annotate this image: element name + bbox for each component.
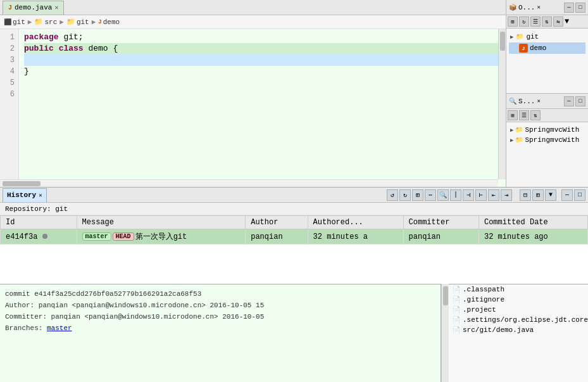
cell-author: panqian xyxy=(246,229,308,245)
history-table-area: Id Message Author Authored... Committer … xyxy=(0,215,588,284)
commit-line1: commit e414f3a25cdd276bf0a52779b166291a2… xyxy=(5,288,435,300)
bc-sep1: ▶ xyxy=(28,18,32,26)
badge-master: master xyxy=(82,232,111,241)
rp-close-icon[interactable]: ✕ xyxy=(537,4,540,11)
editor-tab[interactable]: J demo.java ✕ xyxy=(3,1,64,15)
col-committer: Committer xyxy=(403,216,479,229)
file-item-project[interactable]: 📄 .project xyxy=(449,305,588,315)
history-close-icon[interactable]: ✕ xyxy=(39,192,42,199)
hist-tbicon-5[interactable]: 🔍 xyxy=(437,189,449,201)
commit-line3: Committer: panqian <panqian@windows10.mi… xyxy=(5,311,435,322)
demo-java-icon: J xyxy=(519,44,528,53)
hist-tbicon-2[interactable]: ↻ xyxy=(399,189,411,201)
col-id: Id xyxy=(1,216,77,229)
code-content[interactable]: package git; public class demo { } xyxy=(19,29,506,187)
rp-tbicon2-1[interactable]: ⊞ xyxy=(508,110,518,120)
bc-icon-demo: J xyxy=(98,19,101,25)
rp-tab-label2[interactable]: S... xyxy=(518,98,535,105)
hist-tbicon-14[interactable]: — xyxy=(561,189,573,201)
bc-sep2: ▶ xyxy=(59,18,64,26)
file-icon-prefs: 📄 xyxy=(453,316,460,324)
history-toolbar-icons: ↺ ↻ ⊞ ⋯ 🔍 | ⊣ ⊢ ⇤ ⇥ ⊟ ⊞ ▼ — □ xyxy=(387,189,585,201)
rp-tbicon-2[interactable]: ↻ xyxy=(519,16,529,27)
file-icon-gitignore: 📄 xyxy=(453,296,460,303)
bc-git[interactable]: git xyxy=(13,18,25,26)
cell-committer: panqian xyxy=(403,229,479,245)
bc-demo[interactable]: demo xyxy=(103,18,120,26)
tree-item-proj1[interactable]: ▶ 📁 SpringmvcWith xyxy=(509,125,585,135)
tree-item-proj2[interactable]: ▶ 📁 SpringmvcWith xyxy=(509,135,585,145)
col-committed: Committed Date xyxy=(479,216,587,229)
detail-vscroll[interactable] xyxy=(441,284,449,382)
tree-label-proj2: SpringmvcWith xyxy=(525,136,579,144)
cell-id: e414f3a xyxy=(1,229,77,245)
rp-header-bottom: 🔍 S... ✕ — □ xyxy=(506,94,588,109)
rp-tbicon-5[interactable]: ⇆ xyxy=(553,16,563,27)
tree-label-proj1: SpringmvcWith xyxy=(525,126,579,134)
expand-icon3: ▶ xyxy=(510,137,513,144)
hist-tbicon-11[interactable]: ⊟ xyxy=(520,189,531,201)
file-item-gitignore[interactable]: 📄 .gitignore xyxy=(449,295,588,305)
hscroll-thumb[interactable] xyxy=(3,181,41,186)
rp-tbicon-1[interactable]: ⊞ xyxy=(508,16,518,27)
rp-icon-o: 📦 xyxy=(509,4,516,11)
file-item-demojava[interactable]: 📄 src/git/demo.java xyxy=(449,325,588,335)
code-line-1: package git; xyxy=(24,32,501,43)
rp-close-icon2[interactable]: ✕ xyxy=(537,98,540,105)
file-label-project: .project xyxy=(463,306,496,314)
java-letter: J xyxy=(522,46,525,51)
tab-bar: J demo.java ✕ xyxy=(0,0,506,15)
history-panel: History ✕ ↺ ↻ ⊞ ⋯ 🔍 | ⊣ ⊢ ⇤ ⇥ ⊟ ⊞ ▼ — □ xyxy=(0,187,588,382)
hist-tbicon-12[interactable]: ⊞ xyxy=(532,189,544,201)
history-tab[interactable]: History ✕ xyxy=(3,188,47,202)
hist-tbicon-4[interactable]: ⋯ xyxy=(425,189,436,201)
rp-btn-2[interactable]: □ xyxy=(575,3,585,13)
branch-link[interactable]: master xyxy=(47,324,72,332)
rp-dropdown[interactable]: ▼ xyxy=(565,16,570,27)
hist-tbicon-3[interactable]: ⊞ xyxy=(412,189,423,201)
hist-tbicon-13[interactable]: ▼ xyxy=(545,189,556,201)
hist-tbicon-6[interactable]: | xyxy=(450,189,461,201)
bc-git2[interactable]: git xyxy=(77,18,89,26)
hist-tbicon-15[interactable]: □ xyxy=(574,189,585,201)
rp-tbicon-4[interactable]: ⇅ xyxy=(542,16,552,27)
history-toolbar: History ✕ ↺ ↻ ⊞ ⋯ 🔍 | ⊣ ⊢ ⇤ ⇥ ⊟ ⊞ ▼ — □ xyxy=(0,188,588,203)
breadcrumb: ⬛ git ▶ 📁 src ▶ 📁 git ▶ J demo xyxy=(0,15,506,29)
hist-tbicon-1[interactable]: ↺ xyxy=(387,189,398,201)
cell-message: master HEAD 第一次导入git xyxy=(77,229,246,245)
cell-committed: 32 minutes ago xyxy=(479,229,587,245)
rp-icon-toolbar2: ⊞ ☰ ⇅ xyxy=(506,109,588,122)
hist-tbicon-8[interactable]: ⊢ xyxy=(475,189,487,201)
tree-item-git[interactable]: ▶ 📁 git xyxy=(509,31,585,42)
file-item-classpath[interactable]: 📄 .classpath xyxy=(449,284,588,295)
expand-icon2: ▶ xyxy=(510,127,513,134)
rp-btn-1[interactable]: — xyxy=(564,3,574,13)
rp-icon-toolbar: ⊞ ↻ ☰ ⇅ ⇆ ▼ xyxy=(506,15,588,29)
tab-icon: J xyxy=(8,4,12,11)
editor-vscroll[interactable] xyxy=(498,29,506,179)
hist-tbicon-9[interactable]: ⇤ xyxy=(488,189,499,201)
rp-btn2-2[interactable]: □ xyxy=(575,96,585,106)
cell-authored: 32 minutes a xyxy=(308,229,403,245)
editor-hscroll[interactable] xyxy=(0,179,498,187)
rp-tab-label[interactable]: O... xyxy=(518,4,535,11)
proj1-icon: 📁 xyxy=(515,126,523,134)
table-row[interactable]: e414f3a master HEAD 第一次导入git panqian xyxy=(1,229,588,245)
main-wrapper: J demo.java ✕ ⬛ git ▶ 📁 src ▶ 📁 git ▶ J … xyxy=(0,0,588,382)
rp-btn2-1[interactable]: — xyxy=(564,96,574,106)
tree-item-demo[interactable]: J demo xyxy=(509,42,585,54)
hist-tbicon-7[interactable]: ⊣ xyxy=(463,189,474,201)
rp-tbicon-3[interactable]: ☰ xyxy=(530,16,541,27)
tab-close-icon[interactable]: ✕ xyxy=(54,4,58,11)
rp-tree2-content: ▶ 📁 SpringmvcWith ▶ 📁 SpringmvcWith xyxy=(506,122,588,187)
detail-vscroll-thumb[interactable] xyxy=(443,286,448,305)
commit-detail: commit e414f3a25cdd276bf0a52779b166291a2… xyxy=(0,284,441,382)
hist-tbicon-10[interactable]: ⇥ xyxy=(501,189,512,201)
file-item-prefs[interactable]: 📄 .settings/org.eclipse.jdt.core.prefs xyxy=(449,315,588,325)
vscroll-thumb[interactable] xyxy=(500,32,505,51)
rp-tbicon2-2[interactable]: ☰ xyxy=(519,110,529,120)
bc-src[interactable]: src xyxy=(44,18,57,26)
col-author: Author xyxy=(246,216,308,229)
proj2-icon: 📁 xyxy=(515,136,523,144)
rp-tbicon2-3[interactable]: ⇅ xyxy=(530,110,541,120)
